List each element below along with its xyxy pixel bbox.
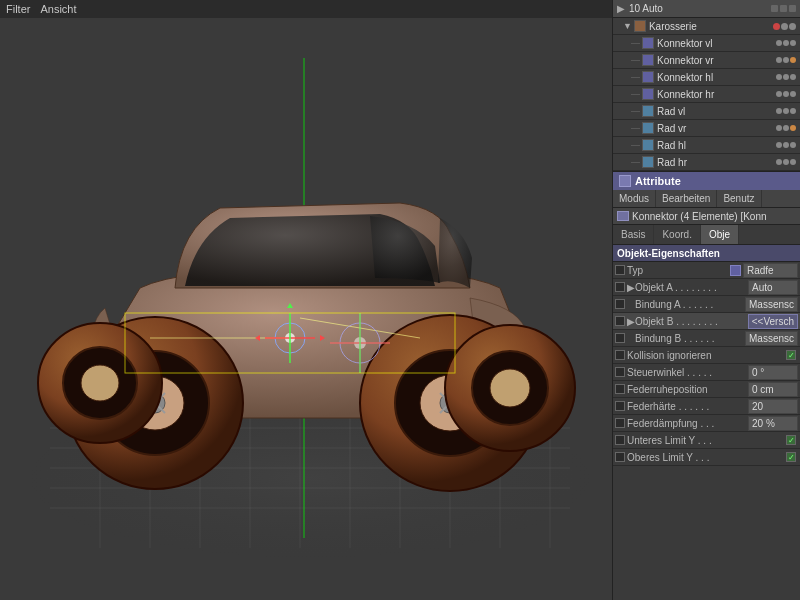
prop-typ-check[interactable]	[615, 265, 625, 275]
rad-vl-dots	[776, 108, 796, 114]
prop-bindung-a-check[interactable]	[615, 299, 625, 309]
konnektor-vr-dots	[776, 57, 796, 63]
konnektor-vl-dots	[776, 40, 796, 46]
svg-point-35	[81, 365, 119, 401]
prop-steuerwinkel-value[interactable]: 0 °	[748, 365, 798, 380]
prop-kollision-check[interactable]	[615, 350, 625, 360]
prop-bindung-b-check[interactable]	[615, 333, 625, 343]
main-layout: Filter Ansicht	[0, 0, 800, 600]
scene-item-konnektor-hr[interactable]: — Konnektor hr	[613, 86, 800, 103]
prop-federdaempfung-label: Federdämpfung . . .	[627, 418, 748, 429]
prop-federhaerte-label: Federhärte . . . . . .	[627, 401, 748, 412]
scene-item-konnektor-vr[interactable]: — Konnektor vr	[613, 52, 800, 69]
konnektor-hr-dots	[776, 91, 796, 97]
prop-unteres-limit: Unteres Limit Y . . . ✓	[613, 432, 800, 449]
prop-bindung-b-value[interactable]: Massensc	[745, 331, 798, 346]
prop-steuerwinkel-check[interactable]	[615, 367, 625, 377]
scene-title: 10 Auto	[629, 3, 663, 14]
prop-oberes-limit-check[interactable]	[615, 452, 625, 462]
tab-koord[interactable]: Koord.	[654, 225, 700, 244]
prop-bindung-a-value[interactable]: Massensc	[745, 297, 798, 312]
prop-federruheposition: Federruheposition 0 cm	[613, 381, 800, 398]
rad-vl-icon	[642, 105, 654, 117]
konnektor-hl-icon	[642, 71, 654, 83]
attribute-panel: Attribute Modus Bearbeiten Benutz Konnek…	[613, 171, 800, 600]
ansicht-menu[interactable]: Ansicht	[40, 3, 76, 15]
viewport-header: Filter Ansicht	[0, 0, 612, 18]
scene-item-karosserie[interactable]: ▼ Karosserie	[613, 18, 800, 35]
prop-federhaerte-check[interactable]	[615, 401, 625, 411]
rad-vr-label: Rad vr	[657, 123, 776, 134]
scene-btn-2[interactable]	[780, 5, 787, 12]
scene-item-rad-hr[interactable]: — Rad hr	[613, 154, 800, 171]
scene-btn-1[interactable]	[771, 5, 778, 12]
prop-federruheposition-check[interactable]	[615, 384, 625, 394]
svg-point-32	[490, 369, 530, 407]
karosserie-icon	[634, 20, 646, 32]
prop-objekt-a-value[interactable]: Auto	[748, 280, 798, 295]
konnektor-hl-label: Konnektor hl	[657, 72, 776, 83]
prop-objekt-b-check[interactable]	[615, 316, 625, 326]
canvas-area	[0, 18, 612, 600]
scene-item-rad-vr[interactable]: — Rad vr	[613, 120, 800, 137]
prop-oberes-limit-value[interactable]: ✓	[786, 452, 796, 462]
prop-kollision-label: Kollision ignorieren	[627, 350, 786, 361]
konnektor-text: Konnektor (4 Elemente) [Konn	[632, 211, 767, 222]
prop-bindung-b: Bindung B . . . . . . Massensc	[613, 330, 800, 347]
prop-typ-icon	[730, 265, 741, 276]
prop-federruheposition-value[interactable]: 0 cm	[748, 382, 798, 397]
eigenschaften-title: Objekt-Eigenschaften	[617, 248, 720, 259]
rad-hr-dots	[776, 159, 796, 165]
tab-modus[interactable]: Modus	[613, 190, 656, 207]
attribute-icon	[619, 175, 631, 187]
car-viewport-svg	[20, 48, 600, 568]
prop-typ: Typ Radfe	[613, 262, 800, 279]
konnektor-hr-icon	[642, 88, 654, 100]
scene-item-konnektor-vl[interactable]: — Konnektor vl	[613, 35, 800, 52]
scene-item-konnektor-hl[interactable]: — Konnektor hl	[613, 69, 800, 86]
scene-btn-3[interactable]	[789, 5, 796, 12]
prop-federhaerte-value[interactable]: 20	[748, 399, 798, 414]
scene-item-rad-vl[interactable]: — Rad vl	[613, 103, 800, 120]
prop-unteres-limit-check[interactable]	[615, 435, 625, 445]
tab-basis[interactable]: Basis	[613, 225, 654, 244]
rad-hl-label: Rad hl	[657, 140, 776, 151]
karosserie-label: Karosserie	[649, 21, 773, 32]
scene-hierarchy: ▶ 10 Auto ▼ Karosserie	[613, 0, 800, 171]
rad-vl-label: Rad vl	[657, 106, 776, 117]
konnektor-type-icon	[617, 211, 629, 221]
prop-typ-value[interactable]: Radfe	[743, 263, 798, 278]
prop-federruheposition-label: Federruheposition	[627, 384, 748, 395]
konnektor-hl-dots	[776, 74, 796, 80]
eigenschaften-header: Objekt-Eigenschaften	[613, 245, 800, 262]
scene-item-rad-hl[interactable]: — Rad hl	[613, 137, 800, 154]
rad-vr-dots	[776, 125, 796, 131]
prop-bindung-a-label: Bindung A . . . . . .	[635, 299, 745, 310]
konnektor-vr-icon	[642, 54, 654, 66]
prop-objekt-b-value[interactable]: <<Versch	[748, 314, 798, 329]
karosserie-dots	[773, 23, 796, 30]
prop-steuerwinkel-label: Steuerwinkel . . . . .	[627, 367, 748, 378]
konnektor-vl-icon	[642, 37, 654, 49]
prop-kollision-value[interactable]: ✓	[786, 350, 796, 360]
filter-menu[interactable]: Filter	[6, 3, 30, 15]
prop-federhaerte: Federhärte . . . . . . 20	[613, 398, 800, 415]
prop-unteres-limit-value[interactable]: ✓	[786, 435, 796, 445]
prop-objekt-a-check[interactable]	[615, 282, 625, 292]
prop-federdaempfung-check[interactable]	[615, 418, 625, 428]
rad-hl-icon	[642, 139, 654, 151]
obj-tabs: Basis Koord. Obje	[613, 225, 800, 245]
prop-oberes-limit-label: Oberes Limit Y . . .	[627, 452, 786, 463]
tab-bearbeiten[interactable]: Bearbeiten	[656, 190, 717, 207]
konnektor-info-label: Konnektor (4 Elemente) [Konn	[613, 208, 800, 225]
prop-objekt-b: ▶ Objekt B . . . . . . . . <<Versch	[613, 313, 800, 330]
prop-federdaempfung-value[interactable]: 20 %	[748, 416, 798, 431]
prop-objekt-a-arrow: ▶	[627, 282, 635, 293]
tab-obje[interactable]: Obje	[701, 225, 739, 244]
right-panel: ▶ 10 Auto ▼ Karosserie	[612, 0, 800, 600]
konnektor-hr-label: Konnektor hr	[657, 89, 776, 100]
rad-hl-dots	[776, 142, 796, 148]
konnektor-vr-label: Konnektor vr	[657, 55, 776, 66]
tab-benutz[interactable]: Benutz	[717, 190, 761, 207]
attribute-header: Attribute	[613, 172, 800, 190]
